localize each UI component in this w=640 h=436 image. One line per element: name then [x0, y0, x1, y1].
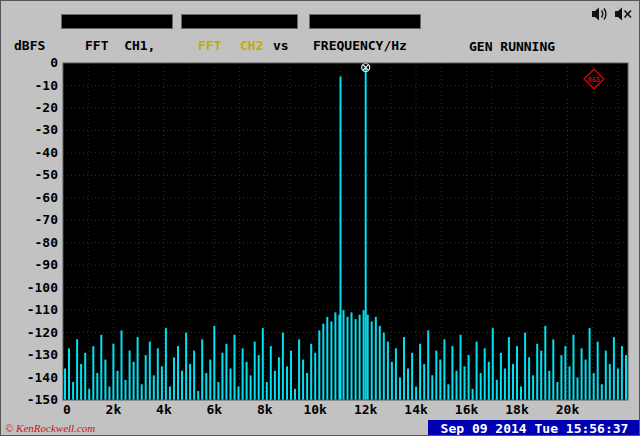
datetime-display: Sep 09 2014 Tue 15:56:37: [428, 420, 640, 436]
svg-text:-70: -70: [35, 212, 59, 227]
svg-text:-120: -120: [27, 325, 58, 340]
svg-text:2k: 2k: [106, 402, 122, 417]
svg-text:-20: -20: [35, 100, 59, 115]
svg-text:20k: 20k: [556, 402, 580, 417]
svg-text:-110: -110: [27, 302, 58, 317]
status-generator: GEN RUNNING: [469, 39, 602, 54]
trace2-fft-label: FFT: [198, 38, 221, 53]
svg-text:10k: 10k: [303, 402, 327, 417]
status-block: GEN RUNNING ANL 1:CONT 2:CONT SWP OFF: [469, 9, 602, 174]
svg-text:14k: 14k: [404, 402, 428, 417]
svg-text:0: 0: [63, 402, 71, 417]
svg-text:-50: -50: [35, 167, 59, 182]
svg-text:-60: -60: [35, 190, 59, 205]
y-axis-labels: 0-10-20-30-40-50-60-70-80-90-100-110-120…: [27, 55, 58, 407]
softkey-box-3[interactable]: [309, 14, 421, 29]
trace2-ch-label: CH2: [240, 38, 263, 53]
svg-text:6k: 6k: [206, 402, 222, 417]
speaker-muted-icon: [615, 7, 632, 21]
svg-text:-100: -100: [27, 280, 58, 295]
tone-spike: [340, 77, 342, 401]
svg-text:-30: -30: [35, 122, 59, 137]
softkey-box-2[interactable]: [181, 14, 298, 29]
rs-logo: R&S: [582, 67, 606, 91]
svg-text:12k: 12k: [354, 402, 378, 417]
svg-text:-140: -140: [27, 370, 58, 385]
svg-text:0: 0: [50, 55, 58, 70]
svg-text:-90: -90: [35, 257, 59, 272]
status-sweep: SWP OFF: [469, 129, 602, 144]
speaker-icon: [592, 7, 609, 21]
x-axis-title: FREQUENCY/Hz: [313, 38, 407, 53]
trace1-label: FFT CH1,: [85, 38, 155, 53]
svg-text:-150: -150: [27, 392, 58, 407]
x-axis-labels: 02k4k6k8k10k12k14k16k18k20k: [63, 402, 579, 417]
svg-text:-40: -40: [35, 145, 59, 160]
softkey-box-1[interactable]: [61, 14, 173, 29]
svg-text:-130: -130: [27, 347, 58, 362]
svg-text:-10: -10: [35, 78, 59, 93]
tone-spike: [365, 68, 367, 401]
svg-text:-80: -80: [35, 235, 59, 250]
watermark: © KenRockwell.com: [5, 422, 95, 434]
svg-text:16k: 16k: [455, 402, 479, 417]
svg-text:18k: 18k: [505, 402, 529, 417]
svg-text:8k: 8k: [257, 402, 273, 417]
svg-text:4k: 4k: [156, 402, 172, 417]
rs-logo-text: R&S: [588, 76, 601, 84]
analyzer-screen: 0-10-20-30-40-50-60-70-80-90-100-110-120…: [0, 0, 640, 436]
y-axis-unit: dBFS: [14, 38, 45, 53]
monitor-icons: [592, 7, 632, 21]
vs-label: vs: [273, 38, 289, 53]
